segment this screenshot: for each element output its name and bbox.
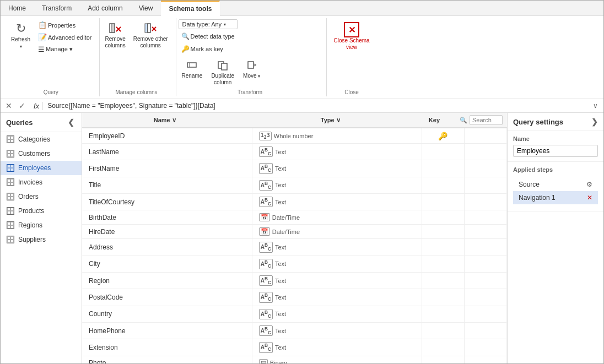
data-table: EmployeeID123 Whole number🔑LastNameABC T…	[82, 128, 507, 363]
manage-button[interactable]: ☰ Manage ▾	[35, 44, 95, 55]
table-row[interactable]: CountryABC Text	[82, 306, 507, 322]
table-row[interactable]: CityABC Text	[82, 256, 507, 272]
right-panel-expand-button[interactable]: ❯	[591, 117, 598, 126]
sidebar-item-categories[interactable]: Categories	[1, 132, 82, 146]
cell-name-1: LastName	[82, 144, 252, 160]
cell-name-11: Country	[82, 306, 252, 322]
cell-type-13: ABC Text	[252, 339, 422, 356]
cell-name-12: HomePhone	[82, 322, 252, 339]
duplicate-column-button[interactable]: Duplicatecolumn	[208, 56, 238, 88]
cancel-formula-button[interactable]: ✕	[4, 101, 14, 111]
sidebar-item-customers[interactable]: Customers	[1, 146, 82, 161]
sidebar-item-suppliers[interactable]: Suppliers	[1, 232, 82, 247]
cell-type-12: ABC Text	[252, 322, 422, 339]
applied-steps-label: Applied steps	[513, 166, 598, 173]
refresh-button[interactable]: ↻ Refresh ▾	[7, 19, 34, 52]
cell-type-6: 📅 Date/Time	[252, 225, 422, 239]
table-row[interactable]: HomePhoneABC Text	[82, 322, 507, 339]
search-input[interactable]	[470, 115, 503, 125]
table-icon-products	[6, 207, 15, 215]
table-row[interactable]: TitleABC Text	[82, 177, 507, 193]
ribbon-content: ↻ Refresh ▾ 📋 Properties 📝 Advanced edit…	[1, 16, 603, 99]
table-row[interactable]: ExtensionABC Text	[82, 339, 507, 356]
key-icon: 🔑	[181, 45, 190, 53]
close-schema-view-button[interactable]: ✕ Close Schemaview	[329, 19, 375, 53]
data-type-button[interactable]: Data type: Any ▾	[179, 19, 238, 29]
content-area: Name ∨ Type ∨ Key 🔍	[82, 113, 507, 363]
step-item-source[interactable]: Source⚙	[513, 178, 598, 191]
cell-name-4: TitleOfCourtesy	[82, 193, 252, 210]
svg-rect-9	[187, 63, 196, 67]
sidebar-item-regions[interactable]: Regions	[1, 218, 82, 232]
table-row[interactable]: Photo▤ Binary	[82, 356, 507, 363]
mark-as-key-button[interactable]: 🔑 Mark as key	[179, 44, 238, 55]
rename-icon	[185, 58, 198, 72]
svg-rect-0	[110, 24, 115, 32]
table-row[interactable]: EmployeeID123 Whole number🔑	[82, 128, 507, 144]
duplicate-column-label: Duplicatecolumn	[211, 73, 234, 86]
right-panel: Query settings ❯ Name Applied steps Sour…	[507, 113, 603, 363]
cell-key-9	[422, 272, 464, 289]
table-row[interactable]: LastNameABC Text	[82, 144, 507, 160]
step-gear-source[interactable]: ⚙	[586, 181, 592, 188]
sidebar: Queries ❮ CategoriesCustomersEmployeesIn…	[1, 113, 82, 363]
sidebar-item-label-employees: Employees	[18, 164, 51, 172]
sidebar-item-label-products: Products	[18, 207, 44, 215]
cell-type-11: ABC Text	[252, 306, 422, 322]
tab-add-column[interactable]: Add column	[80, 1, 131, 15]
remove-columns-button[interactable]: Removecolumns	[102, 19, 129, 51]
step-item-navigation-1[interactable]: Navigation 1✕	[513, 191, 598, 204]
ribbon: HomeTransformAdd columnViewSchema tools …	[1, 1, 603, 99]
search-cell: 🔍	[455, 113, 507, 128]
confirm-formula-button[interactable]: ✓	[17, 101, 27, 111]
rename-button[interactable]: Rename	[179, 56, 206, 82]
table-row[interactable]: HireDate📅 Date/Time	[82, 225, 507, 239]
cell-type-14: ▤ Binary	[252, 356, 422, 363]
properties-button[interactable]: 📋 Properties	[35, 19, 95, 31]
sidebar-item-label-regions: Regions	[18, 221, 42, 229]
table-row[interactable]: AddressABC Text	[82, 239, 507, 256]
ribbon-group-query: ↻ Refresh ▾ 📋 Properties 📝 Advanced edit…	[5, 18, 100, 96]
ribbon-group-transform: Data type: Any ▾ 🔍 Detect data type 🔑 Ma…	[176, 18, 327, 96]
cell-key-5	[422, 210, 464, 225]
tab-transform[interactable]: Transform	[34, 1, 80, 15]
cell-name-8: City	[82, 256, 252, 272]
cell-key-2	[422, 160, 464, 177]
table-row[interactable]: RegionABC Text	[82, 272, 507, 289]
sidebar-item-orders[interactable]: Orders	[1, 189, 82, 204]
duplicate-icon	[216, 58, 229, 72]
move-button[interactable]: Move ▾	[240, 56, 263, 82]
table-icon-suppliers	[6, 235, 15, 244]
key-indicator: 🔑	[438, 132, 447, 140]
formula-input[interactable]	[46, 101, 587, 111]
formula-expand-button[interactable]: ∨	[591, 101, 600, 110]
tab-view[interactable]: View	[131, 1, 161, 15]
cell-name-2: FirstName	[82, 160, 252, 177]
cell-type-5: 📅 Date/Time	[252, 210, 422, 225]
sidebar-item-invoices[interactable]: Invoices	[1, 175, 82, 189]
sidebar-item-products[interactable]: Products	[1, 204, 82, 218]
cell-name-14: Photo	[82, 356, 252, 363]
advanced-editor-button[interactable]: 📝 Advanced editor	[35, 31, 95, 43]
cell-type-2: ABC Text	[252, 160, 422, 177]
data-type-label: Data type: Any	[182, 21, 222, 28]
table-icon-categories	[6, 135, 15, 144]
table-row[interactable]: TitleOfCourtesyABC Text	[82, 193, 507, 210]
move-label: Move ▾	[243, 73, 260, 79]
tab-schema-tools[interactable]: Schema tools	[161, 1, 220, 16]
sidebar-collapse-button[interactable]: ❮	[66, 117, 76, 127]
tab-home[interactable]: Home	[1, 1, 34, 15]
table-row[interactable]: BirthDate📅 Date/Time	[82, 210, 507, 225]
table-row[interactable]: FirstNameABC Text	[82, 160, 507, 177]
schema-scroll-container[interactable]: EmployeeID123 Whole number🔑LastNameABC T…	[82, 128, 507, 363]
step-close-navigation-1[interactable]: ✕	[587, 194, 592, 202]
table-row[interactable]: PostalCodeABC Text	[82, 289, 507, 306]
close-group-label: Close	[329, 88, 375, 96]
manage-columns-group-label: Manage columns	[102, 88, 171, 96]
sidebar-item-employees[interactable]: Employees	[1, 161, 82, 175]
table-icon-regions	[6, 221, 15, 230]
detect-data-type-button[interactable]: 🔍 Detect data type	[179, 31, 238, 42]
sidebar-header: Queries ❮	[1, 113, 82, 132]
remove-other-columns-button[interactable]: Remove othercolumns	[130, 19, 171, 51]
query-name-input[interactable]	[513, 145, 598, 157]
